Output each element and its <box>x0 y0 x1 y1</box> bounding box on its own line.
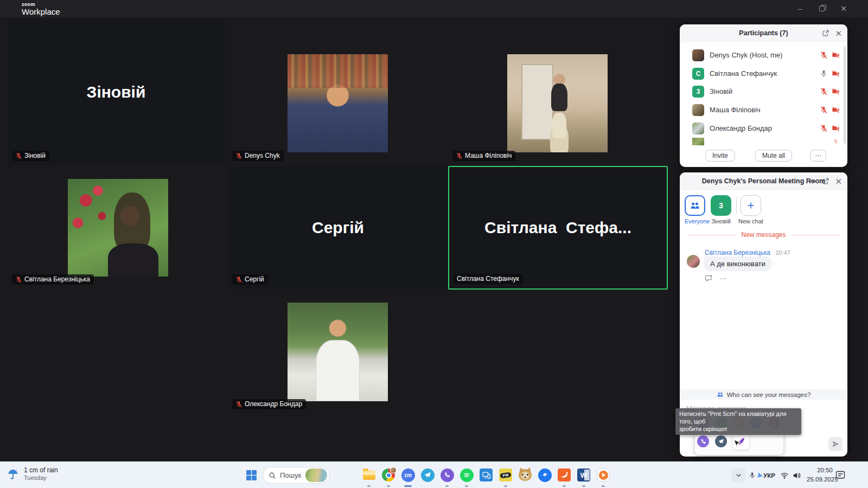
clock[interactable]: 20:50 25.09.2025 <box>807 466 833 484</box>
weather-text: 1 cm of rain <box>24 466 58 474</box>
participant-row[interactable]: Denys Chyk (Host, me) <box>680 46 847 64</box>
message-sender[interactable]: Світлана Березніцька <box>705 249 770 256</box>
viber-icon[interactable] <box>440 468 454 482</box>
video-tile-denys-chyk[interactable]: Denys Chyk <box>228 19 448 165</box>
weather-day: Tuesday <box>24 474 58 481</box>
chat-panel-header: Denys Chyk's Personal Meeting Room ⋯ ✕ <box>680 172 847 190</box>
video-tile-oleksandr[interactable]: Олександр Бондар <box>228 291 448 414</box>
word-icon[interactable]: W <box>577 468 591 482</box>
file-explorer-icon[interactable] <box>362 468 376 482</box>
message-time: 20:47 <box>775 249 790 256</box>
search-placeholder: Пошук <box>280 471 302 479</box>
fox-app-icon[interactable] <box>557 468 571 482</box>
video-tile-masha[interactable]: Маша Філіповіч <box>448 19 668 165</box>
language-indicator[interactable]: УКР <box>763 462 775 488</box>
mic-on-icon <box>820 69 828 78</box>
tile-name-chip: Зіновій <box>12 151 49 161</box>
zoom-badge-text: zm <box>404 472 412 478</box>
telegram-icon[interactable] <box>420 468 435 482</box>
telegram-dark-icon[interactable] <box>715 435 727 447</box>
tile-name-chip: Denys Chyk <box>232 151 284 161</box>
video-tile-zinoviy[interactable]: Зіновій Зіновій <box>8 19 225 165</box>
invite-button[interactable]: Invite <box>705 150 735 162</box>
windows-logo-icon <box>246 470 257 481</box>
avatar: C <box>692 68 704 80</box>
video-feed-oleksandr <box>288 303 388 401</box>
close-icon[interactable]: ✕ <box>835 177 842 185</box>
video-off-icon <box>832 87 840 95</box>
popout-icon[interactable] <box>822 29 829 37</box>
messenger-icon[interactable] <box>538 468 552 482</box>
tile-display-name: Світлана Стефа... <box>449 167 667 288</box>
tile-display-name: Зіновій <box>8 19 225 165</box>
wifi-icon <box>780 471 789 480</box>
message-bubble[interactable]: А де виконювати <box>704 256 772 271</box>
new-chat-label: New chat <box>737 218 765 224</box>
video-feed-bereznitska <box>68 179 168 277</box>
avatar: 3 <box>692 86 704 98</box>
message-more-icon[interactable]: ⋯ <box>719 274 726 282</box>
umbrella-rain-icon <box>7 467 20 480</box>
window-close-button[interactable]: ✕ <box>831 0 856 17</box>
message-meta: Світлана Березніцька 20:47 <box>705 247 790 257</box>
participants-panel: Participants (7) ✕ Denys Chyk (Host, me)… <box>680 24 847 167</box>
logo-zoom-text: zoom <box>22 2 60 7</box>
send-message-button[interactable] <box>828 437 843 451</box>
zoom-taskbar-icon[interactable]: zm <box>401 468 415 482</box>
plus-icon <box>746 201 755 210</box>
chrome-icon[interactable] <box>381 468 395 482</box>
tile-name-label: Світлана Стефанчук <box>457 275 519 282</box>
who-can-see-label: Who can see your messages? <box>727 391 811 398</box>
video-feed-masha <box>507 54 608 152</box>
who-can-see-bar[interactable]: Who can see your messages? <box>680 389 847 400</box>
video-tile-stefanchuk-active-speaker[interactable]: Світлана Стефа... Світлана Стефанчук <box>448 166 668 290</box>
mute-all-button[interactable]: Mute all <box>755 150 792 162</box>
reply-icon[interactable] <box>705 274 713 282</box>
participant-row[interactable]: Маша Філіповіч <box>680 101 847 119</box>
new-messages-label: New messages <box>741 231 786 239</box>
tile-name-label: Світлана Березніцька <box>24 275 90 283</box>
wifi-indicator[interactable] <box>780 462 789 488</box>
mic-muted-icon <box>820 51 828 59</box>
close-icon[interactable]: ✕ <box>835 29 842 37</box>
tray-time: 20:50 <box>807 466 833 475</box>
tray-mic-location[interactable] <box>749 462 763 488</box>
participant-name: Зіновій <box>710 87 820 95</box>
start-button[interactable] <box>244 468 258 482</box>
weather-widget[interactable]: 1 cm of rain Tuesday <box>7 466 58 481</box>
message-avatar <box>687 255 700 268</box>
participants-more-button[interactable]: ⋯ <box>810 150 826 162</box>
notification-center-button[interactable] <box>835 470 845 480</box>
participant-row[interactable]: Олександр Бондар <box>680 119 847 137</box>
participant-row[interactable]: C Світлана Стефанчук <box>680 65 847 82</box>
tab-everyone[interactable] <box>685 195 705 216</box>
cat-sticker-icon[interactable] <box>518 468 532 482</box>
participant-row[interactable]: 3 Зіновій <box>680 82 847 100</box>
tile-name-chip: Сергій <box>232 274 268 285</box>
notification-icon <box>835 470 845 480</box>
mic-muted-icon <box>235 401 242 408</box>
media-player-icon[interactable] <box>596 468 610 482</box>
tab-zinoviy[interactable]: 3 <box>711 195 731 216</box>
zoom-workplace-logo: zoom Workplace <box>22 2 60 16</box>
tile-name-chip: Олександр Бондар <box>232 399 306 409</box>
tile-name-label: Маша Філіповіч <box>465 152 512 159</box>
devices-app-icon[interactable] <box>479 468 493 482</box>
tray-chevron[interactable] <box>731 462 745 488</box>
viber-icon[interactable] <box>697 435 709 447</box>
tabs-divider <box>736 196 737 215</box>
tab-zinoviy-badge: 3 <box>719 201 723 210</box>
spotify-icon[interactable] <box>459 468 474 482</box>
participant-row-partial[interactable] <box>680 138 847 145</box>
participants-scrollbar[interactable] <box>844 46 846 144</box>
popout-icon[interactable] <box>822 177 829 185</box>
pw-app-icon[interactable]: PW <box>499 468 513 482</box>
tile-name-label: Олександр Бондар <box>245 400 302 408</box>
chat-more-icon[interactable]: ⋯ <box>809 177 816 185</box>
tile-name-label: Denys Chyk <box>245 152 280 159</box>
volume-indicator[interactable] <box>793 462 801 488</box>
new-chat-button[interactable] <box>741 195 761 216</box>
taskbar-search[interactable]: Пошук <box>263 467 330 484</box>
video-tile-bereznitska[interactable]: Світлана Березніцька <box>8 166 225 289</box>
video-tile-serhiy[interactable]: Сергій Сергій <box>228 166 448 289</box>
